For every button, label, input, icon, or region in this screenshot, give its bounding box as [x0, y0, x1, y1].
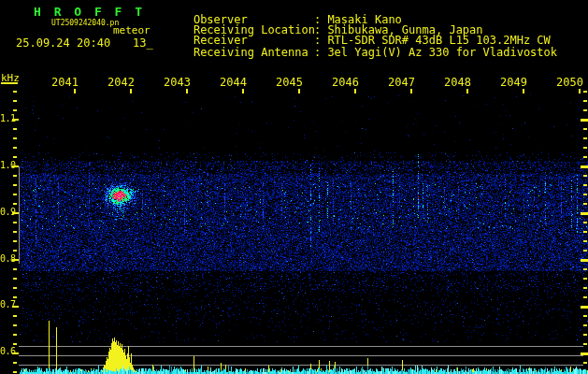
time-tick-label: 2046	[332, 77, 359, 88]
echo-count: 13_	[133, 37, 153, 49]
freq-tick-label: 1.1	[0, 114, 13, 123]
header-field-colon: :	[314, 46, 321, 59]
header-field-antenna: Receiving Antenna: 3el Yagi(V) Az 330 fo…	[166, 36, 557, 69]
time-tick-label: 2049	[500, 77, 527, 88]
mode-label: meteor	[113, 25, 151, 36]
freq-tick-label: 1.0	[0, 161, 13, 170]
freq-tick-label: 0.9	[0, 208, 13, 217]
freq-tick-label: 0.8	[0, 254, 13, 264]
freq-tick-label: 0.7	[0, 300, 13, 309]
hrofft-screen: H R O F F T UT2509242040.pn meteor 25.09…	[0, 0, 588, 374]
time-tick-label: 2041	[51, 77, 79, 88]
time-tick-label: 2044	[220, 77, 247, 88]
header-field-value: 3el Yagi(V) Az 330 for Vladivostok	[327, 46, 557, 59]
datetime-label: 25.09.24 20:40	[16, 37, 110, 49]
freq-tick-label: 0.6	[0, 347, 13, 356]
time-tick-label: 2050	[556, 77, 583, 88]
freq-axis-unit: kHz	[1, 73, 20, 83]
time-tick-label: 2048	[444, 77, 471, 88]
time-tick-label: 2042	[108, 77, 135, 88]
time-tick-label: 2043	[164, 77, 191, 88]
time-tick-label: 2045	[276, 77, 303, 88]
filename-label: UT2509242040.pn	[51, 20, 119, 27]
header-field-label: Receiving Antenna	[194, 47, 314, 58]
app-title: H R O F F T	[34, 6, 145, 18]
time-tick-label: 2047	[388, 77, 415, 88]
